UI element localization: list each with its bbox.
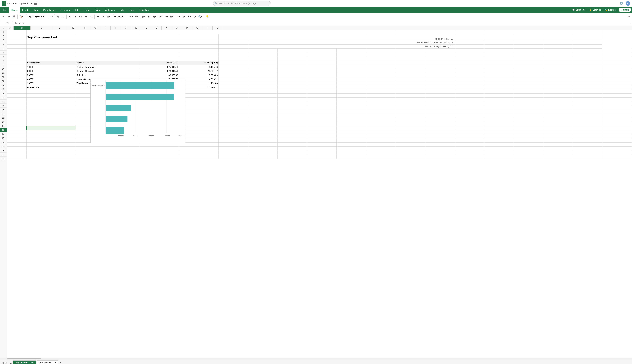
- tab-formulas[interactable]: Formulas: [58, 7, 72, 13]
- sheet-nav-left[interactable]: ◀: [1, 362, 4, 364]
- cell-E1[interactable]: [179, 30, 366, 34]
- more-options-button[interactable]: ···: [89, 14, 94, 19]
- tab-review[interactable]: Review: [82, 7, 94, 13]
- col-header-H[interactable]: H: [100, 26, 110, 30]
- waffle-icon[interactable]: [34, 2, 37, 5]
- tab-insert[interactable]: Insert: [20, 7, 30, 13]
- horizontal-scrollbar[interactable]: [7, 358, 41, 360]
- row-22[interactable]: 22: [0, 116, 7, 120]
- find-button[interactable]: 🔍▾: [198, 14, 203, 19]
- tab-file[interactable]: File: [1, 7, 9, 13]
- row-30[interactable]: 30: [0, 148, 7, 152]
- col-header-K[interactable]: K: [131, 26, 141, 30]
- col-header-I[interactable]: I: [110, 26, 121, 30]
- col-header-F[interactable]: F: [80, 26, 90, 30]
- row-13[interactable]: 13: [0, 79, 7, 83]
- col-header-N[interactable]: N: [162, 26, 172, 30]
- col-header-E[interactable]: E: [66, 26, 80, 30]
- font-size-decrease[interactable]: A↓: [60, 14, 65, 19]
- cell-B25[interactable]: [26, 126, 76, 130]
- row-3[interactable]: 3: [0, 38, 7, 42]
- cell-B3[interactable]: [26, 40, 218, 44]
- share-button[interactable]: ↗ Share: [618, 8, 631, 12]
- cell-no-row1[interactable]: 10000: [26, 65, 76, 69]
- cell-D1[interactable]: [140, 30, 179, 34]
- conditional-format-button[interactable]: ▤▾: [141, 14, 146, 19]
- cell-A1[interactable]: [7, 30, 26, 34]
- col-header-R[interactable]: R: [202, 26, 213, 30]
- insert-function-icon[interactable]: fx: [22, 22, 25, 25]
- expand-toolbar[interactable]: ⋯: [626, 14, 631, 19]
- cell-no-row5[interactable]: 20000: [26, 81, 76, 85]
- sort-filter-button[interactable]: ⇅▾: [192, 14, 197, 19]
- row-29[interactable]: 29: [0, 144, 7, 148]
- bold-button[interactable]: B: [68, 14, 72, 19]
- font-size-input[interactable]: [49, 14, 55, 19]
- cell-C1[interactable]: [76, 30, 140, 34]
- col-header-L[interactable]: L: [141, 26, 152, 30]
- comments-button[interactable]: 💬 Comments: [570, 8, 587, 12]
- row-9[interactable]: 9: [0, 63, 7, 67]
- ideas-button[interactable]: 💡▾: [205, 14, 210, 19]
- row-17[interactable]: 17: [0, 96, 7, 100]
- col-header-A[interactable]: A: [7, 26, 14, 30]
- cell-A9[interactable]: [7, 65, 26, 69]
- col-header-C[interactable]: C: [30, 26, 53, 30]
- tab-page-layout[interactable]: Page Layout: [41, 7, 58, 13]
- formula-input[interactable]: [26, 21, 628, 25]
- col-header-M[interactable]: M: [152, 26, 162, 30]
- format-as-table-button[interactable]: ⊞▾: [147, 14, 152, 19]
- settings-icon[interactable]: ⚙️: [619, 1, 624, 6]
- col-header-G[interactable]: G: [90, 26, 100, 30]
- cell-name-row2[interactable]: School of Fine Art: [76, 69, 140, 73]
- row-26[interactable]: 26: [0, 132, 7, 136]
- col-header-S[interactable]: S: [213, 26, 223, 30]
- cell-name-row1[interactable]: Adatum Corporation: [76, 65, 140, 69]
- row-11[interactable]: 11: [0, 71, 7, 75]
- row-21[interactable]: 21: [0, 112, 7, 116]
- cell-reference-input[interactable]: B25: [1, 21, 13, 25]
- cell-name-row3[interactable]: Relecloud: [76, 73, 140, 77]
- font-family-dropdown[interactable]: Segoe UI (Body) ▾: [26, 14, 48, 19]
- expand-formula-icon[interactable]: ⌄: [629, 22, 631, 24]
- cell-no-row3[interactable]: 50000: [26, 73, 76, 77]
- avatar[interactable]: U: [626, 1, 630, 6]
- row-5[interactable]: 5: [0, 46, 7, 50]
- row-6[interactable]: 6: [0, 50, 7, 54]
- cell-sales-row1[interactable]: 225,613.00: [140, 65, 179, 69]
- bold-dropdown[interactable]: ▾: [73, 14, 78, 19]
- col-header-B[interactable]: B: [14, 26, 30, 30]
- cell-A3[interactable]: [7, 40, 26, 44]
- row-4[interactable]: 4: [0, 42, 7, 46]
- tab-view[interactable]: View: [94, 7, 103, 13]
- row-12[interactable]: 12: [0, 75, 7, 79]
- col-header-O[interactable]: O: [172, 26, 182, 30]
- undo-button[interactable]: ↩: [1, 14, 6, 19]
- tab-automate[interactable]: Automate: [103, 7, 118, 13]
- cell-no-row4[interactable]: 40000: [26, 77, 76, 81]
- add-sheet-button[interactable]: +: [59, 361, 62, 364]
- sheet-list-icon[interactable]: ☰: [9, 362, 12, 364]
- confirm-formula-icon[interactable]: ✓: [18, 22, 22, 25]
- cell-balance-row1[interactable]: 2,135.48: [179, 65, 218, 69]
- delete-button[interactable]: −▾: [164, 14, 169, 19]
- col-header-P[interactable]: P: [182, 26, 192, 30]
- col-header-D[interactable]: D: [53, 26, 66, 30]
- cell-customer-no-header[interactable]: Customer No: [26, 61, 76, 65]
- cancel-formula-icon[interactable]: ✕: [14, 22, 18, 25]
- cell-A4[interactable]: [7, 44, 26, 48]
- col-header-Q[interactable]: Q: [192, 26, 202, 30]
- cell-sales-row2[interactable]: 223,316.70: [140, 69, 179, 73]
- save-button[interactable]: 💾: [12, 14, 16, 19]
- cell-balance-header[interactable]: Balance (LCY): [179, 61, 218, 65]
- row-25[interactable]: 25: [0, 128, 7, 132]
- cell-styles-button[interactable]: ▣▾: [152, 14, 157, 19]
- clipboard-button[interactable]: 📋▾: [18, 14, 24, 19]
- tab-data[interactable]: Data: [72, 7, 82, 13]
- cell-balance-row2[interactable]: 42,394.47: [179, 69, 218, 73]
- format-button[interactable]: ⊞▾: [170, 14, 174, 19]
- grid-content[interactable]: Top Customer List CRONUS USA, Inc.: [7, 30, 632, 358]
- cell-B1[interactable]: [26, 30, 76, 34]
- row-2[interactable]: 2: [0, 34, 7, 38]
- font-color-button[interactable]: A▾: [83, 14, 88, 19]
